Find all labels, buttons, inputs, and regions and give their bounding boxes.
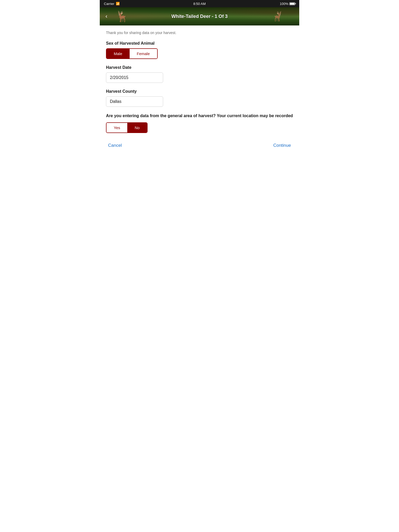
sex-female-button[interactable]: Female — [130, 49, 157, 58]
status-bar: Carrier 📶 8:50 AM 100% — [100, 0, 299, 7]
location-question-text: Are you entering data from the general a… — [106, 113, 293, 119]
harvest-date-section: Harvest Date — [106, 65, 293, 83]
sex-field-label: Sex of Harvested Animal — [106, 41, 293, 46]
header-title: White-Tailed Deer - 1 Of 3 — [171, 14, 228, 19]
no-button[interactable]: No — [127, 123, 147, 132]
main-content: Thank you for sharing data on your harve… — [100, 25, 299, 155]
subtitle-text: Thank you for sharing data on your harve… — [106, 31, 293, 35]
sex-field-section: Sex of Harvested Animal Male Female — [106, 41, 293, 59]
harvest-date-label: Harvest Date — [106, 65, 293, 70]
status-time: 8:50 AM — [193, 2, 206, 6]
sex-male-button[interactable]: Male — [107, 49, 130, 58]
status-right: 100% — [280, 2, 295, 6]
battery-icon — [289, 2, 295, 5]
cancel-button[interactable]: Cancel — [107, 141, 123, 150]
harvest-county-label: Harvest County — [106, 89, 293, 94]
yes-button[interactable]: Yes — [107, 123, 127, 132]
sex-toggle-group: Male Female — [106, 48, 158, 59]
carrier-label: Carrier — [104, 2, 114, 6]
continue-button[interactable]: Continue — [272, 141, 292, 150]
yes-no-toggle-group: Yes No — [106, 122, 148, 133]
wifi-icon: 📶 — [116, 2, 120, 5]
header: ‹ White-Tailed Deer - 1 Of 3 — [100, 7, 299, 25]
bottom-actions: Cancel Continue — [106, 141, 293, 150]
harvest-county-section: Harvest County — [106, 89, 293, 107]
status-left: Carrier 📶 — [104, 2, 120, 6]
back-button[interactable]: ‹ — [103, 12, 109, 21]
harvest-date-input[interactable] — [106, 72, 163, 83]
location-question-section: Are you entering data from the general a… — [106, 113, 293, 133]
battery-percent: 100% — [280, 2, 288, 6]
harvest-county-input[interactable] — [106, 96, 163, 107]
